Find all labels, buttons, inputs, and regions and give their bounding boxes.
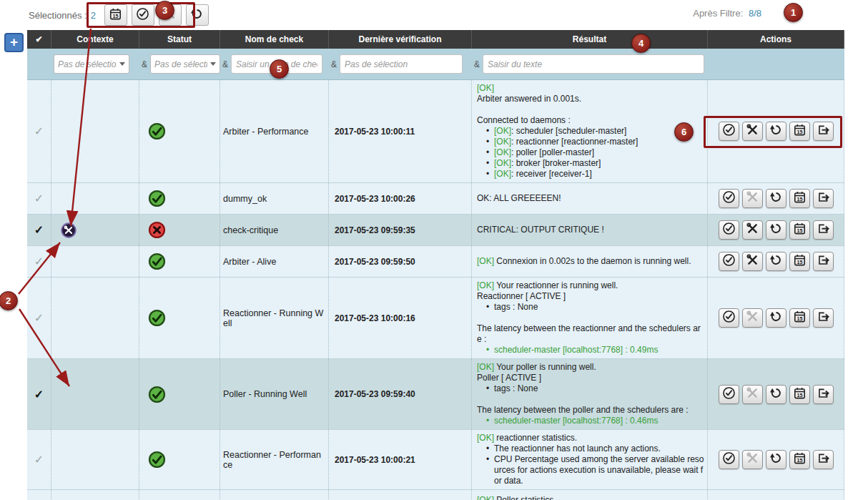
recheck-action-button[interactable]: [719, 450, 739, 469]
col-statut[interactable]: Statut: [139, 30, 220, 49]
recheck-action-button[interactable]: [719, 308, 739, 328]
undo-action-button[interactable]: [766, 450, 786, 469]
last-check-filter-input[interactable]: [340, 54, 463, 74]
row-checkbox[interactable]: ✓: [34, 311, 44, 325]
table-row[interactable]: ✓dummy_ok2017-05-23 10:00:26OK: ALL GREE…: [27, 183, 844, 215]
export-action-button[interactable]: [813, 308, 834, 328]
undo-action-button[interactable]: [766, 252, 786, 271]
select-cell[interactable]: ✓: [27, 80, 51, 182]
export-action-button[interactable]: [813, 252, 834, 271]
context-cell: [51, 359, 139, 429]
row-checkbox[interactable]: ✓: [34, 255, 44, 268]
select-cell[interactable]: ✓: [27, 246, 51, 277]
result-line: scheduler-master [localhost:7768] : 0.49…: [475, 345, 704, 356]
result-line: [OK] Connexion in 0.002s to the daemon i…: [475, 256, 704, 267]
context-cell: [51, 430, 139, 489]
export-action-button[interactable]: [813, 385, 834, 404]
recheck-button[interactable]: [132, 4, 154, 26]
last-check-cell: 2017-05-23 10:00:16: [329, 278, 472, 358]
contexte-filter-select[interactable]: Pas de sélection: [54, 54, 129, 74]
status-cell: [139, 183, 220, 214]
fix-action-button[interactable]: [742, 385, 763, 404]
row-checkbox[interactable]: ✓: [34, 223, 44, 237]
table-row[interactable]: ✓Poller - Running Well2017-05-23 09:59:4…: [27, 359, 844, 430]
check-icon: [722, 386, 736, 403]
tools-icon: [746, 222, 759, 238]
fix-action-button[interactable]: [742, 189, 763, 208]
select-cell[interactable]: ✓: [27, 278, 51, 358]
table-row[interactable]: ✓Reactionner - Performance2017-05-23 10:…: [27, 430, 844, 490]
check-name-cell: Arbiter - Performance: [220, 80, 329, 182]
check-icon: [722, 451, 736, 468]
col-nom-de-check[interactable]: Nom de check: [220, 30, 329, 49]
downtime-action-button[interactable]: 15: [789, 252, 810, 271]
select-cell[interactable]: ✓: [27, 183, 51, 214]
table-row[interactable]: [OK] Poller statistics.[ 0.22 ] Checks d…: [27, 490, 844, 500]
col-actions: Actions: [708, 30, 844, 49]
recheck-action-button[interactable]: [719, 385, 739, 404]
row-checkbox[interactable]: ✓: [34, 192, 44, 205]
fix-button[interactable]: [159, 4, 182, 26]
after-filter: Après Filtre: 8/8: [693, 8, 761, 19]
select-cell[interactable]: ✓: [27, 359, 51, 429]
check-name-filter-input[interactable]: [231, 54, 322, 74]
recheck-action-button[interactable]: [719, 189, 739, 208]
actions-cell: 15: [708, 430, 844, 489]
downtime-action-button[interactable]: 15: [789, 385, 810, 404]
undo-action-button[interactable]: [766, 385, 786, 404]
col-resultat[interactable]: Résultat: [472, 30, 708, 49]
export-action-button[interactable]: [813, 122, 834, 141]
row-checkbox[interactable]: ✓: [34, 388, 44, 401]
undo-action-button[interactable]: [766, 122, 786, 141]
check-icon: [722, 222, 736, 238]
result-filter-input[interactable]: [483, 54, 704, 74]
recheck-action-button[interactable]: [719, 220, 739, 240]
downtime-button[interactable]: 15: [104, 4, 127, 26]
tools-icon: [746, 190, 759, 207]
export-action-button[interactable]: [813, 450, 834, 469]
recheck-action-button[interactable]: [719, 252, 739, 271]
recheck-action-button[interactable]: [719, 122, 739, 141]
downtime-action-button[interactable]: 15: [789, 220, 810, 240]
result-line: [OK] Poller statistics.: [475, 495, 704, 500]
export-icon: [817, 253, 830, 270]
actions-cell: 15: [708, 80, 844, 182]
status-ok-icon: [147, 385, 167, 404]
undo-action-button[interactable]: [766, 220, 786, 240]
export-action-button[interactable]: [813, 220, 834, 240]
result-line: tags : None: [475, 302, 704, 313]
undo-icon: [769, 190, 783, 207]
row-checkbox[interactable]: ✓: [34, 453, 44, 466]
chevron-down-icon: [210, 62, 216, 66]
fix-action-button[interactable]: [742, 220, 763, 240]
col-select-all[interactable]: ✔: [27, 30, 51, 49]
table-row[interactable]: ✓Reactionner - Running Well2017-05-23 10…: [27, 278, 844, 359]
select-cell[interactable]: ✓: [27, 430, 51, 489]
add-widget-button[interactable]: +: [4, 33, 24, 52]
fix-action-button[interactable]: [742, 450, 763, 469]
row-checkbox[interactable]: ✓: [34, 124, 44, 138]
select-cell[interactable]: ✓: [27, 215, 51, 245]
reset-button[interactable]: [186, 4, 209, 26]
table-row[interactable]: ✓Arbiter - Performance2017-05-23 10:00:1…: [27, 80, 844, 183]
downtime-action-button[interactable]: 15: [789, 189, 810, 208]
table-row[interactable]: ✓Arbiter - Alive2017-05-23 09:59:50[OK] …: [27, 246, 844, 278]
undo-action-button[interactable]: [766, 189, 786, 208]
col-contexte[interactable]: Contexte: [51, 30, 139, 49]
downtime-action-button[interactable]: 15: [789, 308, 810, 328]
export-action-button[interactable]: [813, 189, 834, 208]
downtime-action-button[interactable]: 15: [789, 122, 810, 141]
fix-action-button[interactable]: [742, 308, 763, 328]
downtime-action-button[interactable]: 15: [789, 450, 810, 469]
context-cell: [51, 490, 139, 500]
last-check-cell: 2017-05-23 09:59:35: [329, 215, 472, 245]
check-name-cell: check-critique: [220, 215, 329, 245]
table-row[interactable]: ✓check-critique2017-05-23 09:59:35CRITIC…: [27, 215, 844, 246]
col-derniere-verification[interactable]: Dernière vérification: [329, 30, 472, 49]
fix-action-button[interactable]: [742, 252, 763, 271]
undo-action-button[interactable]: [766, 308, 786, 328]
statut-filter-select[interactable]: Pas de sélection: [150, 54, 220, 74]
select-cell[interactable]: [27, 490, 51, 500]
fix-action-button[interactable]: [742, 122, 763, 141]
tools-icon: [163, 7, 177, 24]
